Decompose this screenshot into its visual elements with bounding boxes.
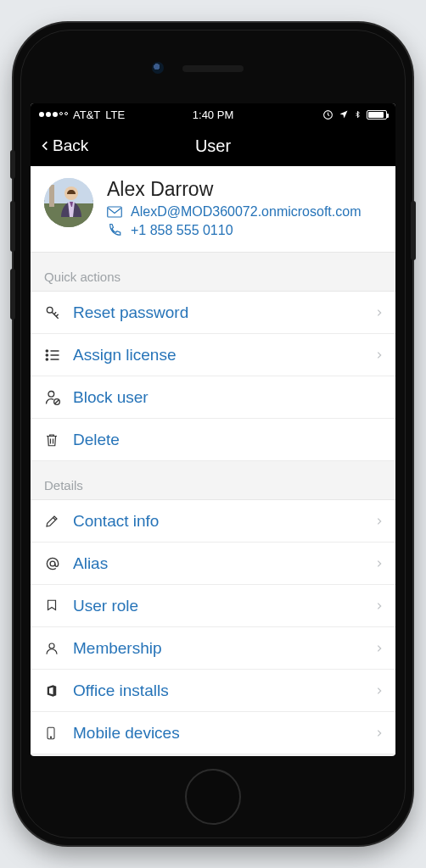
row-label: User role: [73, 597, 375, 615]
row-office-installs[interactable]: Office installs: [31, 670, 395, 712]
office-icon: [44, 682, 73, 699]
network-label: LTE: [105, 108, 125, 121]
rotation-lock-icon: [322, 109, 334, 120]
section-header-details: Details: [31, 461, 395, 500]
key-icon: [44, 304, 73, 321]
row-contact-info[interactable]: Contact info: [31, 500, 395, 542]
row-label: Office installs: [73, 682, 375, 700]
row-label: Block user: [73, 388, 375, 407]
svg-rect-5: [108, 207, 122, 217]
nav-header: Back User: [31, 125, 395, 166]
row-label: Mobile devices: [73, 724, 375, 743]
back-button[interactable]: Back: [31, 136, 97, 155]
location-icon: [339, 109, 349, 120]
block-user-icon: [44, 389, 73, 406]
chevron-right-icon: [375, 306, 384, 320]
section-header-quick-actions: Quick actions: [31, 253, 395, 292]
profile-card: Alex Darrow AlexD@MOD360072.onmicrosoft.…: [31, 166, 395, 253]
svg-point-7: [46, 349, 48, 351]
chevron-right-icon: [375, 726, 384, 740]
at-icon: [44, 555, 73, 572]
row-label: Contact info: [73, 512, 375, 531]
profile-name: Alex Darrow: [107, 178, 382, 201]
row-assign-license[interactable]: Assign license: [31, 334, 395, 376]
row-membership[interactable]: Membership: [31, 627, 395, 670]
svg-point-13: [49, 643, 54, 648]
profile-email: AlexD@MOD360072.onmicrosoft.com: [131, 204, 361, 220]
row-label: Assign license: [73, 346, 375, 364]
profile-phone: +1 858 555 0110: [131, 223, 233, 238]
status-bar: AT&T LTE 1:40 PM: [31, 103, 395, 125]
trash-icon: [44, 431, 73, 448]
row-reset-password[interactable]: Reset password: [31, 292, 395, 334]
row-block-user[interactable]: Block user: [31, 376, 395, 419]
back-label: Back: [53, 136, 88, 155]
row-alias[interactable]: Alias: [31, 542, 395, 585]
ribbon-icon: [44, 598, 73, 615]
assign-icon: [44, 347, 73, 364]
svg-point-6: [47, 307, 53, 313]
phone-icon: [107, 223, 122, 238]
phone-frame: AT&T LTE 1:40 PM: [14, 23, 412, 845]
row-delete[interactable]: Delete: [31, 419, 395, 461]
chevron-left-icon: [39, 136, 51, 155]
profile-phone-row[interactable]: +1 858 555 0110: [107, 221, 382, 240]
chevron-right-icon: [375, 515, 384, 528]
row-label: Alias: [73, 554, 375, 573]
svg-point-9: [46, 358, 48, 359]
profile-email-row[interactable]: AlexD@MOD360072.onmicrosoft.com: [107, 203, 382, 221]
battery-icon: [367, 110, 387, 120]
mail-icon: [107, 206, 122, 218]
person-icon: [44, 640, 73, 657]
chevron-right-icon: [375, 684, 384, 698]
speaker-grill: [182, 65, 244, 72]
svg-point-10: [48, 391, 54, 397]
row-label: Delete: [73, 431, 375, 449]
pencil-icon: [44, 514, 73, 529]
front-camera: [152, 62, 164, 74]
row-label: Membership: [73, 639, 375, 658]
chevron-right-icon: [375, 599, 384, 613]
svg-point-8: [46, 353, 48, 355]
chevron-right-icon: [375, 642, 384, 655]
svg-point-15: [50, 737, 51, 737]
svg-point-12: [50, 561, 55, 566]
svg-rect-3: [49, 185, 54, 207]
mobile-icon: [44, 724, 73, 743]
screen: AT&T LTE 1:40 PM: [31, 103, 395, 756]
chevron-right-icon: [375, 348, 384, 362]
row-mobile-devices[interactable]: Mobile devices: [31, 712, 395, 754]
signal-dots: [39, 112, 68, 117]
row-label: Reset password: [73, 303, 375, 322]
bluetooth-icon: [354, 108, 362, 120]
carrier-label: AT&T: [73, 108, 100, 121]
clock: 1:40 PM: [193, 108, 233, 121]
chevron-right-icon: [375, 557, 384, 570]
avatar[interactable]: [44, 178, 93, 227]
row-user-role[interactable]: User role: [31, 585, 395, 627]
home-button[interactable]: [185, 769, 241, 825]
